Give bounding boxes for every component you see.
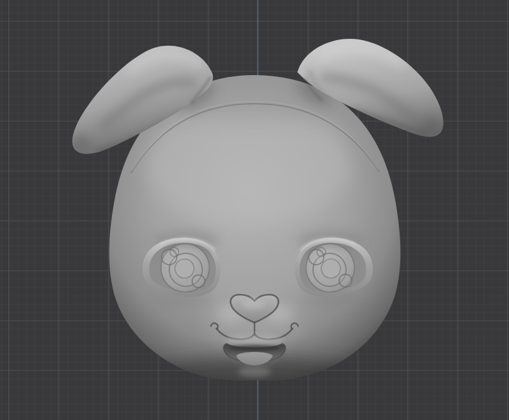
forehead-highlight xyxy=(146,105,350,226)
left-pupil xyxy=(175,259,194,278)
right-eye-highlight-circle-bottom xyxy=(339,274,352,287)
mouth-interior-shadow xyxy=(229,345,280,351)
viewport-canvas[interactable] xyxy=(0,0,509,420)
right-eye-highlight-circle-big xyxy=(309,249,324,265)
right-pupil xyxy=(321,259,340,278)
left-eye xyxy=(143,237,220,297)
nose-highlight xyxy=(242,299,264,309)
left-eye-highlight-circle-big xyxy=(162,249,177,265)
left-eye-highlight-circle-bottom xyxy=(192,275,205,288)
right-eye xyxy=(295,237,373,297)
chin-highlight xyxy=(238,367,271,377)
sculpt-viewport[interactable] xyxy=(0,0,509,420)
upper-lip-highlight xyxy=(225,335,284,344)
